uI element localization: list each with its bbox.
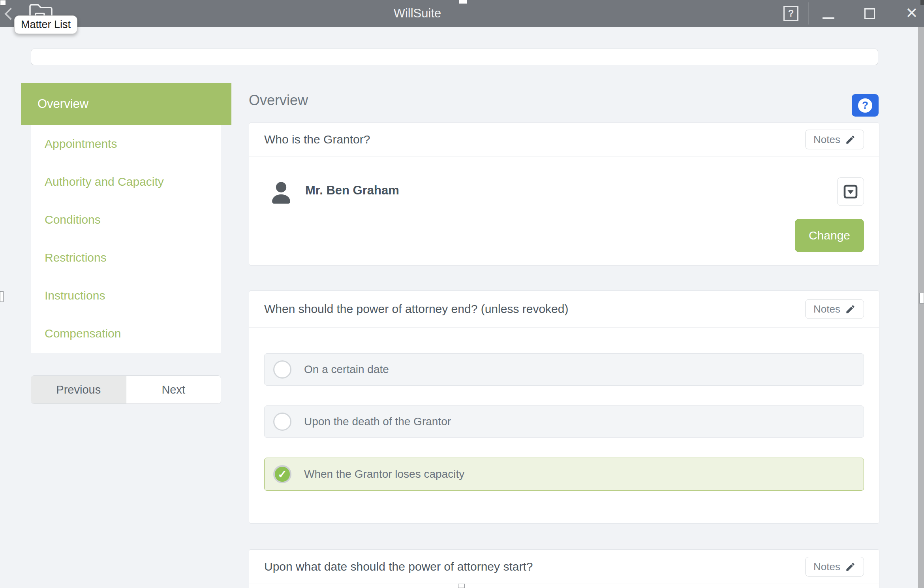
close-icon[interactable]: ✕	[903, 4, 921, 22]
notes-label: Notes	[813, 561, 840, 573]
matter-list-tooltip: Matter List	[14, 15, 77, 34]
sidebar-item-authority-and-capacity[interactable]: Authority and Capacity	[31, 163, 221, 201]
grantor-row: Mr. Ben Graham	[269, 180, 399, 210]
frame-handle-right	[919, 293, 924, 303]
page-title: Overview	[249, 92, 308, 109]
grantor-notes-button[interactable]: Notes	[805, 130, 864, 149]
window-title: WillSuite	[394, 6, 441, 21]
option-on-a-certain-date[interactable]: On a certain date	[264, 353, 864, 386]
radio-button[interactable]	[273, 360, 291, 379]
frame-handle-top	[459, 0, 467, 4]
titlebar-help-icon[interactable]: ?	[783, 6, 798, 21]
frame-handle-left	[0, 291, 4, 302]
poa-end-notes-button[interactable]: Notes	[805, 299, 864, 319]
sidebar-item-appointments[interactable]: Appointments	[31, 125, 221, 163]
poa-start-notes-button[interactable]: Notes	[805, 557, 864, 577]
minimize-icon[interactable]	[823, 17, 834, 19]
pencil-icon	[845, 304, 856, 315]
section-help-button[interactable]: ?	[852, 94, 879, 117]
titlebar-separator	[808, 2, 809, 24]
sidebar-item-instructions[interactable]: Instructions	[31, 277, 221, 315]
grantor-name: Mr. Ben Graham	[305, 183, 399, 210]
previous-button[interactable]: Previous	[31, 376, 126, 403]
pager: Previous Next	[31, 375, 221, 404]
pencil-icon	[845, 562, 856, 572]
grantor-card-title: Who is the Grantor?	[264, 133, 370, 146]
option-when-grantor-loses-capacity[interactable]: ✓ When the Grantor loses capacity	[264, 458, 864, 491]
grantor-card: Who is the Grantor? Notes Mr. Ben Graham…	[249, 122, 879, 266]
notes-label: Notes	[813, 134, 840, 146]
poa-start-card-header: Upon what date should the power of attor…	[249, 550, 879, 584]
poa-end-options: On a certain date Upon the death of the …	[249, 328, 879, 491]
change-grantor-button[interactable]: Change	[795, 219, 864, 252]
sidebar-nav: Appointments Authority and Capacity Cond…	[31, 125, 221, 353]
pencil-icon	[845, 134, 856, 145]
poa-end-card: When should the power of attorney end? (…	[249, 290, 879, 524]
caret-square-down-icon	[843, 184, 858, 200]
sidebar-item-restrictions[interactable]: Restrictions	[31, 239, 221, 277]
person-icon	[269, 180, 293, 210]
poa-start-card: Upon what date should the power of attor…	[249, 549, 879, 588]
radio-button[interactable]	[273, 413, 291, 431]
poa-end-card-header: When should the power of attorney end? (…	[249, 291, 879, 328]
titlebar: M WillSuite ? ✕	[0, 0, 924, 27]
grantor-details-button[interactable]	[837, 177, 864, 206]
corner-artifact	[920, 0, 924, 5]
frame-handle-bottom	[458, 584, 465, 588]
question-icon: ?	[858, 98, 872, 113]
top-address-bar[interactable]	[31, 49, 878, 65]
next-button[interactable]: Next	[126, 376, 221, 403]
sidebar-item-overview[interactable]: Overview	[21, 83, 231, 125]
frame-handle-top-left	[0, 0, 6, 6]
radio-button-checked[interactable]: ✓	[273, 465, 291, 483]
desktop-background-strip	[918, 27, 924, 588]
grantor-card-header: Who is the Grantor? Notes	[249, 123, 879, 156]
poa-end-card-title: When should the power of attorney end? (…	[264, 302, 568, 316]
maximize-icon[interactable]	[864, 8, 875, 19]
notes-label: Notes	[813, 303, 840, 315]
sidebar-item-compensation[interactable]: Compensation	[31, 315, 221, 352]
sidebar-item-conditions[interactable]: Conditions	[31, 201, 221, 239]
option-upon-death-of-grantor[interactable]: Upon the death of the Grantor	[264, 405, 864, 438]
poa-start-card-title: Upon what date should the power of attor…	[264, 560, 533, 573]
